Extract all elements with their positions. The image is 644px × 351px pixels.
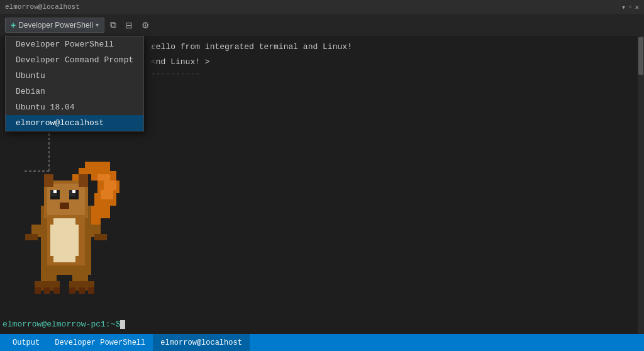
toolbar: + Developer PowerShell ▾ ⧉ ⊟ ⚙ Developer… <box>0 14 644 36</box>
terminal-type-label: Developer PowerShell <box>18 21 93 30</box>
svg-rect-39 <box>53 287 60 294</box>
svg-rect-8 <box>91 206 110 218</box>
prompt-text: elmorrow@elmorrow-pc1:~$ <box>3 320 120 329</box>
terminal-line-2: <nd Linux! > <box>151 56 352 69</box>
dropdown-item-ubuntu[interactable]: Ubuntu <box>6 68 143 84</box>
split-terminal-button[interactable]: ⊟ <box>122 18 136 33</box>
svg-rect-22 <box>53 190 57 193</box>
svg-rect-42 <box>88 287 94 294</box>
new-terminal-button[interactable]: + Developer PowerShell ▾ <box>5 18 104 33</box>
terminal-dropdown-menu: Developer PowerShell Developer Command P… <box>5 36 144 131</box>
svg-rect-38 <box>44 287 50 294</box>
copy-icon: ⧉ <box>110 20 116 30</box>
gear-icon: ⚙ <box>142 20 150 30</box>
svg-rect-11 <box>97 174 110 181</box>
status-bar: Output Developer PowerShell elmorrow@loc… <box>0 334 644 351</box>
dropdown-item-developer-command-prompt[interactable]: Developer Command Prompt <box>6 52 143 68</box>
svg-rect-40 <box>69 287 75 294</box>
copy-terminal-button[interactable]: ⧉ <box>107 18 119 33</box>
svg-rect-32 <box>94 234 107 240</box>
chevron-down-icon: ▾ <box>96 21 99 28</box>
svg-rect-25 <box>72 190 75 193</box>
scrollbar-thumb[interactable] <box>638 37 643 75</box>
svg-rect-31 <box>25 234 38 240</box>
terminal-line-1: εello from integrated terminal and Linux… <box>151 41 352 53</box>
title-bar: elmorrow@localhost ▾ ▫ ✕ <box>0 0 644 14</box>
cursor <box>120 320 125 329</box>
svg-rect-4 <box>85 162 110 171</box>
svg-rect-12 <box>104 181 116 190</box>
status-tab-output[interactable]: Output <box>5 334 47 351</box>
maximize-icon[interactable]: ▫ <box>628 3 633 11</box>
svg-rect-26 <box>60 203 69 209</box>
settings-button[interactable]: ⚙ <box>138 18 153 33</box>
status-tab-developer-powershell[interactable]: Developer PowerShell <box>47 334 153 351</box>
terminal-line-3: ---------- <box>151 68 352 81</box>
split-icon: ⊟ <box>125 20 133 30</box>
dropdown-item-debian[interactable]: Debian <box>6 84 143 99</box>
scrollbar[interactable] <box>638 36 644 334</box>
title-bar-controls: ▾ ▫ ✕ <box>621 3 639 11</box>
terminal-prompt-line: elmorrow@elmorrow-pc1:~$ <box>3 320 125 329</box>
svg-rect-13 <box>101 190 113 199</box>
close-icon[interactable]: ✕ <box>635 3 639 11</box>
plus-icon: + <box>11 20 16 30</box>
status-tab-elmorrow[interactable]: elmorrow@localhost <box>153 334 250 351</box>
dropdown-item-developer-powershell[interactable]: Developer PowerShell <box>6 36 143 52</box>
svg-rect-41 <box>79 287 85 294</box>
dropdown-item-elmorrow[interactable]: elmorrow@localhost <box>6 115 143 131</box>
minimize-icon[interactable]: ▾ <box>621 3 626 11</box>
dropdown-item-ubuntu-18[interactable]: Ubuntu 18.04 <box>6 99 143 115</box>
svg-rect-37 <box>35 287 41 294</box>
terminal-output: εello from integrated terminal and Linux… <box>151 41 352 81</box>
title-bar-text: elmorrow@localhost <box>5 3 80 11</box>
svg-rect-17 <box>50 225 79 256</box>
